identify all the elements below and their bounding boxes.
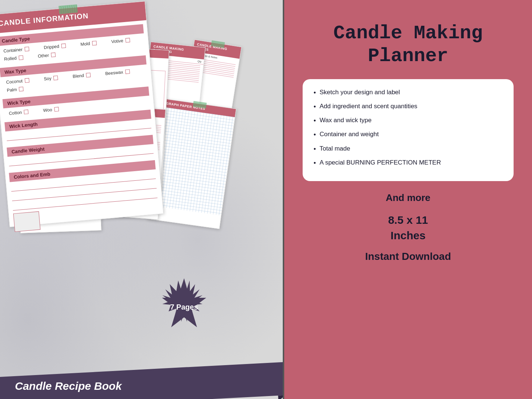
candle-type-container: Container (0, 45, 34, 55)
feature-text-3: Wax and wick type (320, 116, 371, 125)
wick-wood: Woo (38, 105, 63, 114)
container-checkbox[interactable] (25, 47, 29, 52)
features-box: • Sketch your design and label • Add ing… (303, 79, 514, 181)
beeswax-label: Beeswax (105, 70, 123, 76)
colors-swatch (13, 211, 40, 232)
cotton-checkbox[interactable] (24, 110, 29, 114)
bullet-3: • (314, 116, 316, 126)
mold-label: Mold (80, 41, 90, 47)
coconut-label: Coconut (6, 78, 23, 85)
wax-coconut: Coconut (1, 77, 34, 86)
candle-type-rolled: Rolled (0, 54, 28, 63)
feature-text-1: Sketch your design and label (320, 88, 400, 97)
feature-text-6: A special BURNING PERFECTION METER (320, 158, 441, 167)
bullet-6: • (314, 159, 316, 168)
beeswax-checkbox[interactable] (125, 69, 130, 74)
palm-label: Palm (7, 87, 17, 93)
wick-cotton: Cotton (4, 108, 33, 117)
blend-label: Blend (73, 73, 84, 79)
wood-label: Woo (43, 107, 53, 113)
starburst-badge: 7 Pages (155, 278, 214, 336)
feature-6: • A special BURNING PERFECTION METER (314, 158, 503, 168)
size-line2: Inches (303, 228, 514, 243)
banner-inner: Candle Recipe Book (15, 380, 268, 392)
wax-beeswax: Beeswax (101, 68, 134, 77)
size-info: 8.5 x 11 Inches (303, 212, 514, 243)
instant-download: Instant Download (303, 251, 514, 262)
votive-checkbox[interactable] (125, 38, 130, 43)
soy-label: Soy (43, 76, 52, 82)
coconut-checkbox[interactable] (25, 78, 29, 83)
qty-col-label: Qty (197, 60, 202, 63)
cotton-label: Cotton (9, 110, 22, 116)
product-title-line2: Planner (303, 45, 514, 68)
blend-checkbox[interactable] (86, 73, 91, 77)
bullet-4: • (314, 130, 316, 140)
bullet-1: • (314, 88, 316, 98)
size-line1: 8.5 x 11 (303, 212, 514, 228)
product-title-line1: Candle Making (303, 22, 514, 45)
candle-information-title: CANDLE INFORMATION (0, 11, 89, 27)
and-more-text: And more (303, 192, 514, 204)
candle-type-mold: Mold (76, 39, 101, 48)
feature-5: • Total made (314, 144, 503, 154)
candle-type-other: Other (33, 51, 60, 60)
feature-text-5: Total made (320, 144, 350, 153)
other-label: Other (38, 53, 49, 59)
dripped-label: Dripped (43, 44, 59, 50)
soy-checkbox[interactable] (53, 75, 58, 80)
candle-type-dripped: Dripped (39, 42, 70, 51)
feature-1: • Sketch your design and label (314, 88, 503, 98)
palm-checkbox[interactable] (19, 87, 24, 92)
product-title: Candle Making Planner (303, 22, 514, 68)
rolled-label: Rolled (4, 56, 17, 62)
banner-label: Candle Recipe Book (15, 380, 122, 392)
wax-soy: Soy (39, 74, 63, 82)
candle-type-votive: Votive (107, 36, 135, 45)
feature-2: • Add ingredient and scent quantities (314, 102, 503, 112)
right-panel: Candle Making Planner • Sketch your desi… (284, 0, 532, 399)
votive-label: Votive (111, 38, 124, 44)
wax-blend: Blend (68, 71, 95, 80)
bullet-2: • (314, 102, 316, 112)
tape-main (59, 4, 78, 14)
wood-checkbox[interactable] (54, 107, 59, 112)
feature-text-2: Add ingredient and scent quantities (320, 102, 418, 111)
container-label: Container (3, 47, 23, 53)
colors-section: Colors and Emb (5, 156, 164, 236)
other-checkbox[interactable] (51, 53, 56, 57)
feature-4: • Container and weight (314, 130, 503, 140)
mold-checkbox[interactable] (92, 41, 97, 46)
wax-palm: Palm (2, 85, 28, 94)
dripped-checkbox[interactable] (61, 43, 66, 48)
feature-3: • Wax and wick type (314, 116, 503, 126)
bullet-5: • (314, 145, 316, 154)
left-panel: CANDLE INFORMATION Candle Type Container… (0, 0, 283, 399)
feature-text-4: Container and weight (320, 130, 379, 139)
banner: Candle Recipe Book (0, 362, 283, 399)
starburst-text: 7 Pages (170, 303, 198, 311)
rolled-checkbox[interactable] (19, 55, 24, 60)
page-main: CANDLE INFORMATION Candle Type Container… (0, 1, 163, 227)
